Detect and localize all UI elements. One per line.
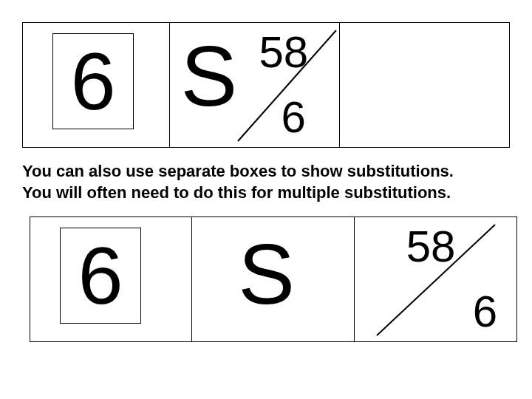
row2-cell-player: 6	[30, 217, 192, 341]
svg-line-0	[238, 30, 336, 141]
player-number: 6	[78, 235, 123, 316]
svg-line-1	[377, 225, 495, 335]
diagonal-line	[170, 23, 340, 149]
substitution-row-1: 6 S 58 6	[22, 22, 510, 148]
row1-cell-player: 6	[23, 23, 170, 147]
caption: You can also use separate boxes to show …	[22, 161, 532, 203]
row2-cell-substitution: 58 6	[355, 217, 516, 341]
player-number: 6	[70, 41, 115, 122]
row2-cell-s: S	[192, 217, 354, 341]
caption-line2: You will often need to do this for multi…	[22, 183, 532, 204]
page: 6 S 58 6 You can also use separate boxes…	[0, 0, 532, 357]
caption-line1: You can also use separate boxes to show …	[22, 161, 532, 183]
diagonal-line	[355, 217, 517, 343]
row1-cell-substitution: S 58 6	[170, 23, 339, 147]
substitution-row-2: 6 S 58 6	[30, 216, 517, 342]
player-number-box: 6	[52, 33, 134, 129]
row1-cell-empty	[340, 23, 509, 147]
player-number-box: 6	[60, 228, 141, 324]
s-label: S	[238, 232, 295, 317]
